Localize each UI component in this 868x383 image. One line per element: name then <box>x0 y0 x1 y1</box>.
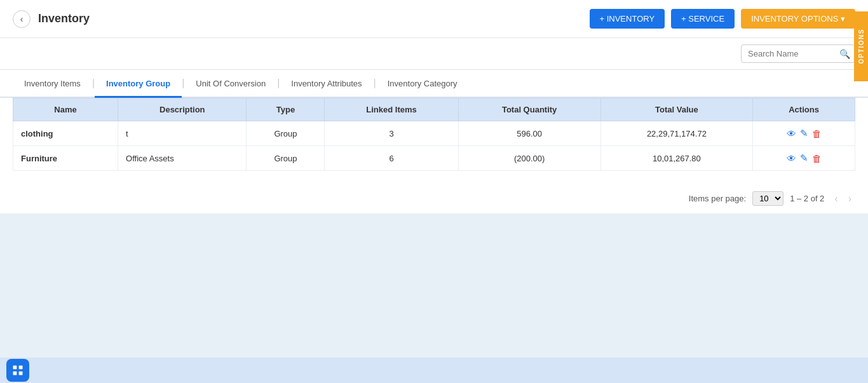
row1-edit-icon[interactable]: ✎ <box>800 128 808 139</box>
pagination-prev-button[interactable]: ‹ <box>831 192 841 206</box>
bottom-bar <box>0 358 868 383</box>
tab-inventory-items[interactable]: Inventory Items <box>13 71 92 98</box>
header: ‹ Inventory + INVENTORY + SERVICE INVENT… <box>0 0 868 38</box>
col-actions: Actions <box>753 98 855 121</box>
pagination: Items per page: 10 25 50 1 – 2 of 2 ‹ › <box>0 184 868 213</box>
table-row: clothing t Group 3 596.00 22,29,71,174.7… <box>13 121 855 146</box>
add-inventory-button[interactable]: + INVENTORY <box>590 9 665 29</box>
row2-type: Group <box>247 146 325 171</box>
tab-inventory-attributes[interactable]: Inventory Attributes <box>280 71 373 98</box>
options-strip-label: OPTIONS <box>858 29 865 64</box>
items-per-page-select[interactable]: 10 25 50 <box>752 191 783 206</box>
row2-total-value: 10,01,267.80 <box>600 146 752 171</box>
grid-icon <box>11 364 24 377</box>
search-icon: 🔍 <box>839 49 850 59</box>
svg-rect-0 <box>13 366 17 370</box>
row1-name: clothing <box>13 121 118 146</box>
row2-actions: 👁 ✎ 🗑 <box>753 146 855 171</box>
col-name: Name <box>13 98 118 121</box>
inventory-options-button[interactable]: INVENTORY OPTIONS ▾ <box>741 9 855 29</box>
col-total-quantity: Total Quantity <box>458 98 600 121</box>
row1-total-quantity: 596.00 <box>458 121 600 146</box>
tab-inventory-group[interactable]: Inventory Group <box>95 71 182 98</box>
tab-unit-of-conversion[interactable]: Unit Of Conversion <box>184 71 277 98</box>
inventory-table: Name Description Type Linked Items Total… <box>13 98 855 171</box>
row2-description: Office Assets <box>118 146 247 171</box>
search-input-wrap: 🔍 <box>741 44 855 63</box>
row2-delete-icon[interactable]: 🗑 <box>812 153 822 164</box>
table-header-row: Name Description Type Linked Items Total… <box>13 98 855 121</box>
add-service-button[interactable]: + SERVICE <box>671 9 735 29</box>
pagination-nav: ‹ › <box>831 192 855 206</box>
svg-rect-3 <box>19 372 23 375</box>
row2-linked-items: 6 <box>325 146 458 171</box>
row1-delete-icon[interactable]: 🗑 <box>812 128 822 139</box>
tabs-bar: Inventory Items | Inventory Group | Unit… <box>0 70 868 98</box>
svg-rect-1 <box>19 366 23 370</box>
row2-view-icon[interactable]: 👁 <box>787 153 796 164</box>
table-container: Name Description Type Linked Items Total… <box>0 98 868 184</box>
home-icon-button[interactable] <box>6 359 29 382</box>
row1-linked-items: 3 <box>325 121 458 146</box>
page-title: Inventory <box>38 12 90 25</box>
row1-actions: 👁 ✎ 🗑 <box>753 121 855 146</box>
row2-edit-icon[interactable]: ✎ <box>800 152 808 164</box>
search-input[interactable] <box>741 44 855 63</box>
options-strip[interactable]: OPTIONS <box>854 11 868 81</box>
back-button[interactable]: ‹ <box>13 10 31 28</box>
row1-view-icon[interactable]: 👁 <box>787 128 796 139</box>
col-total-value: Total Value <box>600 98 752 121</box>
tab-inventory-category[interactable]: Inventory Category <box>376 71 469 98</box>
header-left: ‹ Inventory <box>13 10 90 28</box>
col-description: Description <box>118 98 247 121</box>
row1-total-value: 22,29,71,174.72 <box>600 121 752 146</box>
col-linked-items: Linked Items <box>325 98 458 121</box>
col-type: Type <box>247 98 325 121</box>
row1-type: Group <box>247 121 325 146</box>
items-per-page-label: Items per page: <box>689 194 746 203</box>
table-row: Furniture Office Assets Group 6 (200.00)… <box>13 146 855 171</box>
pagination-range: 1 – 2 of 2 <box>790 194 824 203</box>
row2-total-quantity: (200.00) <box>458 146 600 171</box>
svg-rect-2 <box>13 372 17 375</box>
row1-description: t <box>118 121 247 146</box>
pagination-next-button[interactable]: › <box>844 192 855 206</box>
search-area: 🔍 <box>0 38 868 70</box>
header-right: + INVENTORY + SERVICE INVENTORY OPTIONS … <box>590 9 856 29</box>
row2-name: Furniture <box>13 146 118 171</box>
